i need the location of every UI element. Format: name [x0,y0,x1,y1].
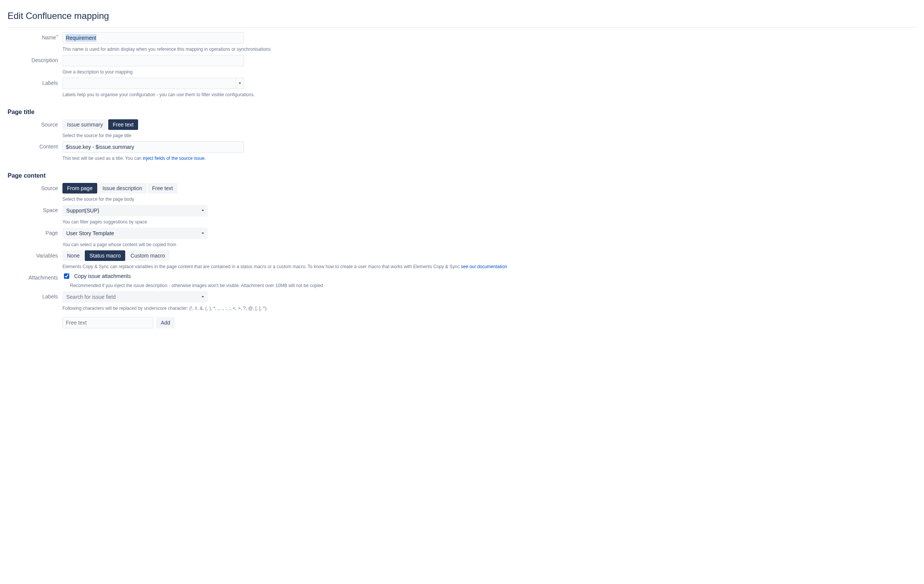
name-input[interactable]: Requirement [63,32,244,43]
chevron-down-icon [202,296,204,298]
page-select[interactable]: User Story Template [63,228,208,239]
content-source-toggle: From page Issue description Free text [63,183,178,194]
title-source-issue-summary[interactable]: Issue summary [63,119,107,130]
title-content-input[interactable] [63,141,244,153]
name-label: Name* [8,32,63,41]
description-help: Give a description to your mapping [63,69,516,75]
title-source-label: Source [8,119,63,127]
variables-label: Variables [8,250,63,259]
documentation-link[interactable]: see our documentation [461,264,507,269]
page-title-section-heading: Page title [8,109,916,116]
labels-label: Labels [8,78,63,86]
name-help: This name is used for admin display when… [63,46,516,53]
description-label: Description [8,55,63,63]
copy-attachments-label: Copy issue attachments [74,273,130,279]
content-source-from-page[interactable]: From page [63,183,97,194]
space-label: Space [8,205,63,213]
labels-help: Labels help you to organise your configu… [63,91,516,98]
free-text-input[interactable] [63,317,153,328]
inject-fields-link[interactable]: inject fields of the source issue. [143,156,206,161]
labels-dropdown-button[interactable] [236,78,244,89]
space-select[interactable]: Support(SUP) [63,205,208,216]
description-input[interactable] [63,55,244,66]
required-indicator: * [56,35,58,39]
attachments-help: Recommended if you inject the issue desc… [63,282,516,289]
labels-input[interactable] [63,78,236,89]
title-source-help: Select the source for the page title [63,132,516,139]
chevron-down-icon [239,83,241,84]
variables-custom-macro[interactable]: Custom macro [126,250,170,261]
space-help: You can filter pages suggestions by spac… [63,218,516,225]
variables-toggle: None Status macro Custom macro [63,250,170,261]
content-labels-help: Following characters will be replaced by… [63,305,516,312]
content-source-issue-description[interactable]: Issue description [98,183,147,194]
page-help: You can select a page whose content will… [63,241,516,248]
title-content-help: This text will be used as a title. You c… [63,155,516,162]
chevron-down-icon [202,233,204,234]
content-source-free-text[interactable]: Free text [148,183,177,194]
variables-status-macro[interactable]: Status macro [85,250,125,261]
copy-attachments-checkbox[interactable] [64,273,69,279]
add-button[interactable]: Add [156,317,175,328]
content-labels-select[interactable]: Search for issue field [63,291,208,303]
chevron-down-icon [202,210,204,211]
title-source-free-text[interactable]: Free text [108,119,138,130]
variables-none[interactable]: None [63,250,84,261]
content-labels-label: Labels [8,291,63,299]
content-source-label: Source [8,183,63,191]
page-label: Page [8,228,63,236]
page-heading: Edit Confluence mapping [8,11,916,28]
attachments-label: Attachments [8,272,63,281]
variables-help: Elements Copy & Sync can replace variabl… [63,263,516,270]
content-source-help: Select the source for the page body [63,196,516,203]
title-source-toggle: Issue summary Free text [63,119,139,130]
title-content-label: Content [8,141,63,150]
page-content-section-heading: Page content [8,172,916,179]
